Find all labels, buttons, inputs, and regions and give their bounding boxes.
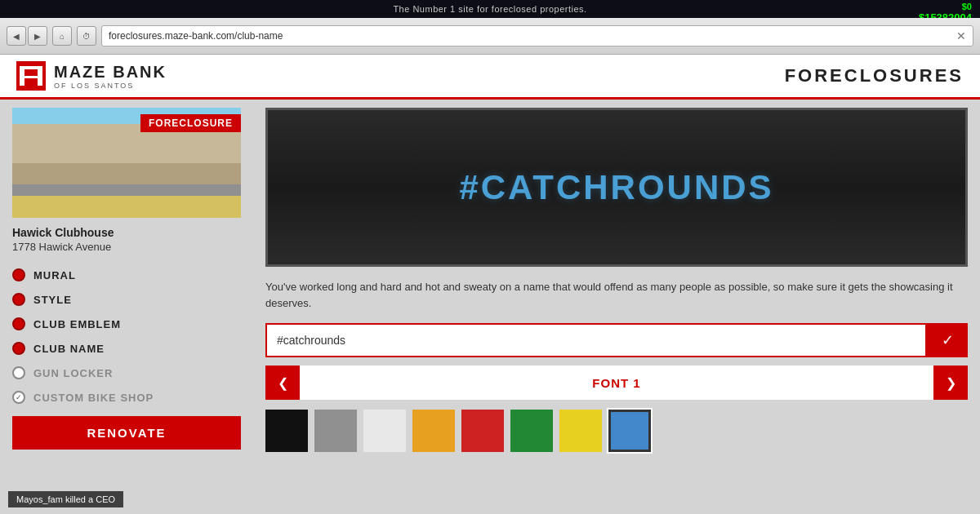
- color-swatch-red[interactable]: [461, 410, 504, 452]
- menu-label-1: STYLE: [33, 294, 72, 306]
- menu-dot-5: ✓: [12, 391, 25, 404]
- foreclosure-badge: FORECLOSURE: [140, 114, 241, 132]
- property-name: Hawick Clubhouse: [12, 226, 241, 239]
- menu-dot-0: [12, 268, 25, 281]
- sign-preview: #CATCHROUNDS: [265, 108, 968, 267]
- main-content: FORECLOSURE Hawick Clubhouse 1778 Hawick…: [0, 100, 980, 514]
- menu-dot-2: [12, 317, 25, 330]
- font-left-arrow-icon: ❮: [278, 375, 288, 391]
- color-swatch-green[interactable]: [510, 410, 553, 452]
- browser-chrome: ◀ ▶ ⌂ ⏱ foreclosures.maze-bank.com/club-…: [0, 18, 980, 55]
- menu-item-club-name[interactable]: CLUB NAME: [12, 336, 241, 361]
- menu-item-club-emblem[interactable]: CLUB EMBLEM: [12, 312, 241, 336]
- color-swatch-gray[interactable]: [314, 410, 357, 452]
- bank-sub: OF LOS SANTOS: [54, 82, 167, 90]
- game-tagline: The Number 1 site for foreclosed propert…: [393, 4, 586, 14]
- money-zero: $0: [919, 2, 972, 11]
- club-name-input[interactable]: [265, 323, 927, 357]
- color-swatch-yellow[interactable]: [559, 410, 602, 452]
- maze-bank-logo: MAZE BANK OF LOS SANTOS: [16, 61, 167, 91]
- nav-btn-group: ◀ ▶: [7, 26, 47, 46]
- description-text: You've worked long and hard and hot and …: [265, 279, 968, 311]
- font-prev-button[interactable]: ❮: [265, 366, 300, 400]
- color-swatch-orange[interactable]: [412, 410, 455, 452]
- property-address: 1778 Hawick Avenue: [12, 241, 241, 253]
- menu-label-2: CLUB EMBLEM: [33, 318, 121, 330]
- menu-item-mural[interactable]: MURAL: [12, 263, 241, 287]
- menu-dot-1: [12, 293, 25, 306]
- menu-items-container: MURALSTYLECLUB EMBLEMCLUB NAMEGUN LOCKER…: [12, 263, 241, 410]
- forward-button[interactable]: ▶: [28, 26, 47, 46]
- confirm-icon: ✓: [942, 331, 954, 349]
- menu-dot-3: [12, 342, 25, 355]
- menu-item-custom-bike-shop[interactable]: ✓CUSTOM BIKE SHOP: [12, 385, 241, 410]
- right-panel: #CATCHROUNDS You've worked long and hard…: [253, 100, 980, 514]
- game-notification: Mayos_fam killed a CEO: [8, 491, 123, 507]
- url-bar[interactable]: foreclosures.maze-bank.com/club-name ✕: [101, 25, 973, 47]
- left-panel: FORECLOSURE Hawick Clubhouse 1778 Hawick…: [0, 100, 253, 514]
- font-label: FONT 1: [300, 366, 933, 400]
- renovate-button[interactable]: RENOVATE: [12, 416, 241, 450]
- browser-content: MAZE BANK OF LOS SANTOS FORECLOSURES FOR…: [0, 55, 980, 514]
- url-close-button[interactable]: ✕: [956, 29, 966, 42]
- menu-label-3: CLUB NAME: [33, 343, 105, 355]
- property-image: FORECLOSURE: [12, 108, 241, 218]
- bank-name: MAZE BANK: [54, 63, 167, 82]
- history-button[interactable]: ⏱: [77, 26, 96, 46]
- foreclosures-label: FORECLOSURES: [785, 65, 964, 86]
- svg-rect-3: [20, 76, 42, 78]
- color-swatch-black[interactable]: [265, 410, 308, 452]
- confirm-button[interactable]: ✓: [927, 323, 968, 357]
- color-swatch-white[interactable]: [363, 410, 406, 452]
- game-top-bar: The Number 1 site for foreclosed propert…: [0, 0, 980, 18]
- sign-display-text: #CATCHROUNDS: [459, 168, 773, 207]
- home-button[interactable]: ⌂: [52, 26, 72, 46]
- font-selector: ❮ FONT 1 ❯: [265, 366, 968, 400]
- menu-item-style[interactable]: STYLE: [12, 287, 241, 312]
- color-swatches: [265, 410, 968, 452]
- menu-dot-4: [12, 366, 25, 379]
- menu-label-5: CUSTOM BIKE SHOP: [33, 392, 154, 404]
- menu-label-0: MURAL: [33, 269, 76, 281]
- menu-label-4: GUN LOCKER: [33, 367, 113, 379]
- font-right-arrow-icon: ❯: [946, 375, 956, 391]
- input-row: ✓: [265, 323, 968, 357]
- font-next-button[interactable]: ❯: [933, 366, 968, 400]
- menu-item-gun-locker[interactable]: GUN LOCKER: [12, 361, 241, 385]
- maze-bank-icon: [16, 61, 46, 91]
- back-button[interactable]: ◀: [7, 26, 26, 46]
- color-swatch-blue[interactable]: [608, 410, 651, 452]
- maze-bank-text: MAZE BANK OF LOS SANTOS: [54, 63, 167, 90]
- url-text: foreclosures.maze-bank.com/club-name: [109, 30, 956, 42]
- maze-bank-header: MAZE BANK OF LOS SANTOS FORECLOSURES: [0, 55, 980, 100]
